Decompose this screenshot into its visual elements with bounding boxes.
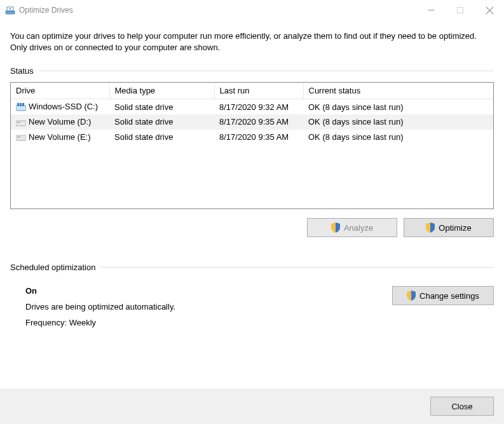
svg-rect-12: [17, 122, 20, 123]
schedule-freq: Frequency: Weekly: [25, 318, 392, 327]
divider: [39, 71, 494, 71]
table-row[interactable]: New Volume (E:)Solid state drive8/17/202…: [11, 130, 493, 145]
col-lastrun[interactable]: Last run: [214, 83, 303, 99]
drive-lastrun: 8/17/2020 9:32 AM: [214, 99, 303, 114]
divider: [100, 267, 494, 268]
schedule-desc: Drives are being optimized automatically…: [25, 302, 392, 311]
svg-rect-11: [16, 121, 26, 126]
close-label: Close: [451, 402, 472, 411]
status-label: Status: [10, 66, 39, 76]
col-media[interactable]: Media type: [109, 83, 214, 99]
schedule-on: On: [25, 286, 392, 296]
drive-icon: [16, 133, 26, 142]
drive-status: OK (8 days since last run): [303, 114, 493, 130]
col-drive[interactable]: Drive: [11, 83, 109, 99]
table-row[interactable]: Windows-SSD (C:)Solid state drive8/17/20…: [11, 99, 493, 114]
drive-name: Windows-SSD (C:): [29, 102, 98, 111]
drive-icon: [16, 103, 26, 112]
drive-name: New Volume (E:): [29, 132, 91, 142]
svg-rect-4: [458, 8, 463, 13]
drive-media: Solid state drive: [109, 99, 214, 114]
shield-icon: [407, 291, 416, 301]
svg-rect-13: [16, 135, 26, 140]
drive-lastrun: 8/17/2020 9:35 AM: [214, 130, 303, 145]
change-settings-label: Change settings: [419, 291, 479, 301]
close-button-footer[interactable]: Close: [430, 397, 494, 416]
optimize-button[interactable]: Optimize: [404, 218, 494, 237]
table-header-row: Drive Media type Last run Current status: [11, 83, 493, 99]
app-icon: [5, 5, 15, 15]
analyze-label: Analyze: [344, 223, 373, 233]
drive-table[interactable]: Drive Media type Last run Current status…: [10, 82, 494, 209]
drive-status: OK (8 days since last run): [303, 130, 493, 145]
drive-media: Solid state drive: [109, 130, 214, 145]
svg-rect-14: [17, 137, 20, 137]
svg-rect-9: [20, 103, 22, 106]
window-title: Optimize Drives: [19, 6, 73, 15]
optimize-label: Optimize: [439, 223, 471, 233]
svg-rect-8: [17, 103, 19, 106]
window-controls: [416, 0, 504, 20]
drive-status: OK (8 days since last run): [303, 99, 493, 114]
titlebar: Optimize Drives: [0, 0, 504, 20]
close-button[interactable]: [475, 0, 504, 20]
col-status[interactable]: Current status: [303, 83, 493, 99]
drive-media: Solid state drive: [109, 114, 214, 130]
footer: Close: [0, 388, 504, 424]
svg-rect-7: [16, 106, 26, 111]
drive-lastrun: 8/17/2020 9:35 AM: [214, 114, 303, 130]
svg-point-2: [10, 8, 11, 10]
shield-icon: [426, 222, 435, 233]
drive-icon: [16, 118, 26, 127]
svg-rect-10: [22, 103, 24, 106]
minimize-button[interactable]: [416, 0, 446, 20]
svg-rect-0: [6, 11, 15, 14]
schedule-section-header: Scheduled optimization: [10, 263, 494, 272]
change-settings-button[interactable]: Change settings: [392, 286, 494, 305]
table-row[interactable]: New Volume (D:)Solid state drive8/17/202…: [11, 114, 493, 130]
schedule-label: Scheduled optimization: [10, 263, 100, 272]
shield-icon: [331, 222, 340, 233]
analyze-button: Analyze: [307, 218, 397, 237]
description-text: You can optimize your drives to help you…: [10, 31, 494, 53]
drive-name: New Volume (D:): [29, 117, 91, 127]
maximize-button[interactable]: [446, 0, 475, 20]
status-section-header: Status: [10, 66, 494, 76]
